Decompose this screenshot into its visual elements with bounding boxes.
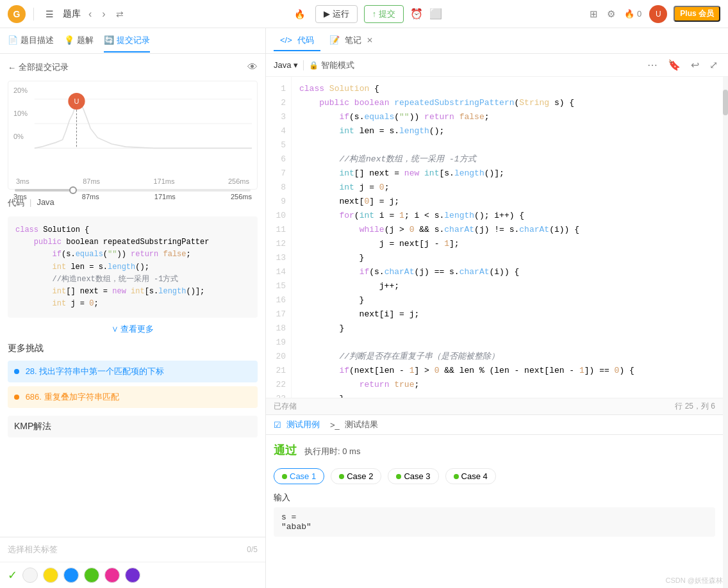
case-tab-2[interactable]: Case 2 <box>331 468 381 484</box>
notes-close-button[interactable]: ✕ <box>367 36 373 45</box>
case-tabs: Case 1 Case 2 Case 3 Case 4 <box>274 468 715 484</box>
circle-none[interactable] <box>22 568 38 583</box>
case-dot-2 <box>339 474 344 479</box>
right-panel: </> 代码 📝 笔记 ✕ Java ▾ 🔒 智能模式 ⋯ 🔖 ↩ <box>266 28 728 588</box>
nav-prev[interactable]: ‹ <box>86 7 94 21</box>
fire-count[interactable]: 🔥 0 <box>623 8 643 20</box>
tab-solution-label: 题解 <box>77 35 94 46</box>
submission-header: ← 全部提交记录 👁 <box>8 61 258 73</box>
editor-toolbar: Java ▾ 🔒 智能模式 ⋯ 🔖 ↩ ⤢ <box>266 54 728 77</box>
challenge-item-686[interactable]: 686. 重复叠加字符串匹配 <box>8 386 258 408</box>
avatar[interactable]: U <box>649 5 667 23</box>
code-row-9: next[0] = j; <box>299 195 715 209</box>
circle-blue[interactable] <box>63 568 79 583</box>
scrollbar-thumb[interactable] <box>723 90 728 115</box>
code-row-6: //构造next数组，统一采用 -1方式 <box>299 152 715 167</box>
center-tools: 🔥 ▶ 运行 ↑ 提交 ⏰ ⬜ <box>290 5 443 23</box>
case-tab-4[interactable]: Case 4 <box>445 468 496 484</box>
lang-chevron-icon: ▾ <box>294 60 298 70</box>
right-scrollbar[interactable] <box>723 77 728 588</box>
circle-green[interactable] <box>84 568 99 583</box>
smart-mode-toggle[interactable]: 🔒 智能模式 <box>309 60 354 71</box>
code-row-8: int j = 0; <box>299 181 715 195</box>
chart-10pct: 10% <box>13 110 28 117</box>
case-dot-3 <box>396 474 401 479</box>
back-button[interactable]: ← 全部提交记录 <box>8 61 69 73</box>
nav-title: 题库 <box>63 8 81 20</box>
settings-icon[interactable]: ⚙ <box>606 7 616 21</box>
ln-22: 22 <box>266 378 286 392</box>
circle-purple[interactable] <box>125 568 140 583</box>
test-result-tab[interactable]: >_ 测试结果 <box>330 419 378 430</box>
chart-container: 20% 10% 0% U 3ms <box>8 81 258 190</box>
code-editor[interactable]: 1 2 3 4 5 6 7 8 9 10 11 12 13 <box>266 77 723 398</box>
view-more-button[interactable]: ∨ 查看更多 <box>112 323 154 335</box>
code-content: class Solution { public boolean repeated… <box>292 77 723 398</box>
ln-6: 6 <box>266 152 286 167</box>
editor-main: 1 2 3 4 5 6 7 8 9 10 11 12 13 <box>266 77 723 588</box>
circle-yellow[interactable] <box>43 568 58 583</box>
slider-87ms: 87ms <box>82 193 99 200</box>
submit-button[interactable]: ↑ 提交 <box>364 5 404 23</box>
preview-line-1: class Solution { <box>15 224 250 236</box>
tab-code[interactable]: </> 代码 <box>274 31 320 51</box>
svg-text:U: U <box>74 97 79 105</box>
left-tabs: 📄 题目描述 💡 题解 🔄 提交记录 <box>0 28 265 54</box>
tab-notes[interactable]: 📝 笔记 ✕ <box>323 31 379 51</box>
nav-shuffle[interactable]: ⇄ <box>113 8 126 20</box>
ln-4: 4 <box>266 124 286 138</box>
lang-value: Java <box>274 60 291 70</box>
view-more: ∨ 查看更多 <box>8 323 258 335</box>
label-3ms: 3ms <box>16 177 29 185</box>
nav-right: ⊞ ⚙ 🔥 0 U Plus 会员 <box>588 5 720 23</box>
bookmark-icon[interactable]: 🔖 <box>665 58 683 72</box>
case-tab-1[interactable]: Case 1 <box>274 468 324 484</box>
circle-pink[interactable] <box>104 568 120 583</box>
code-row-15: j++; <box>299 279 715 293</box>
eye-icon[interactable]: 👁 <box>247 61 258 73</box>
undo-icon[interactable]: ↩ <box>688 58 702 72</box>
clock-icon[interactable]: ⏰ <box>410 8 423 20</box>
slider-labels: 3ms 87ms 171ms 256ms <box>13 193 252 200</box>
range-slider[interactable] <box>13 189 252 192</box>
grid-icon[interactable]: ⊞ <box>588 7 599 21</box>
tab-description[interactable]: 📄 题目描述 <box>8 29 54 53</box>
code-row-16: } <box>299 293 715 307</box>
case-2-label: Case 2 <box>347 471 373 481</box>
code-row-12: j = next[j - 1]; <box>299 237 715 251</box>
back-arrow-icon: ← <box>8 63 16 72</box>
expand-icon[interactable]: ⬜ <box>429 8 442 20</box>
code-row-23: } <box>299 392 715 398</box>
preview-line-4: int len = s.length(); <box>15 261 250 274</box>
ln-8: 8 <box>266 181 286 195</box>
tag-selector[interactable]: 选择相关标签 0/5 <box>0 537 265 562</box>
left-content: ← 全部提交记录 👁 20% 10% 0% <box>0 54 265 537</box>
nav-next[interactable]: › <box>99 7 108 21</box>
case-tab-3[interactable]: Case 3 <box>388 468 438 484</box>
result-status: 通过 <box>274 443 297 458</box>
tab-submissions[interactable]: 🔄 提交记录 <box>104 29 150 53</box>
code-row-2: public boolean repeatedSubstringPattern(… <box>299 96 715 110</box>
plus-badge[interactable]: Plus 会员 <box>674 6 720 22</box>
code-preview: class Solution { public boolean repeated… <box>8 216 258 318</box>
tab-solution[interactable]: 💡 题解 <box>64 29 94 53</box>
preview-line-2: public boolean repeatedSubstringPatter <box>15 236 250 249</box>
challenge-28-label: 28. 找出字符串中第一个匹配项的下标 <box>26 366 165 376</box>
run-button[interactable]: ▶ 运行 <box>315 5 358 23</box>
test-result-label: 测试结果 <box>345 419 378 430</box>
code-tab-label: 代码 <box>297 35 314 46</box>
flame-icon[interactable]: 🔥 <box>290 8 309 20</box>
ln-1: 1 <box>266 82 286 96</box>
saved-status: 已存储 <box>274 401 297 412</box>
code-row-3: if(s.equals("")) return false; <box>299 110 715 124</box>
case-dot-1 <box>282 474 287 479</box>
menu-dots-icon[interactable]: ⋯ <box>645 58 660 72</box>
challenge-item-28[interactable]: 28. 找出字符串中第一个匹配项的下标 <box>8 361 258 382</box>
ln-7: 7 <box>266 167 286 181</box>
fullscreen-icon[interactable]: ⤢ <box>707 58 720 72</box>
code-row-17: next[i] = j; <box>299 307 715 322</box>
test-case-tab[interactable]: ☑ 测试用例 <box>274 419 320 430</box>
logo[interactable]: G <box>8 5 26 23</box>
language-selector[interactable]: Java ▾ <box>274 60 298 70</box>
menu-icon[interactable]: ☰ <box>42 8 58 20</box>
